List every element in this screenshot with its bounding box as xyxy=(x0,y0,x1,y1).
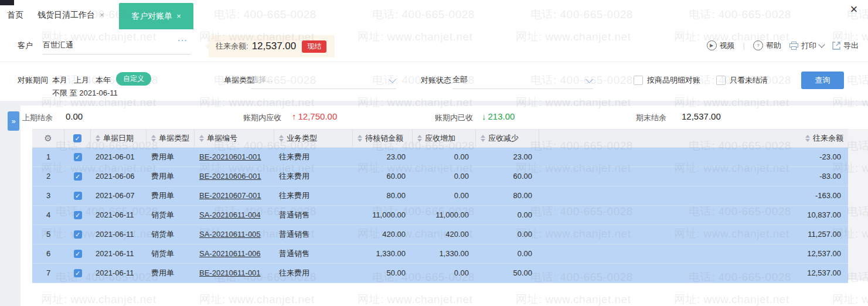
column-header-receivable-decrease[interactable]: 应收减少 xyxy=(476,130,539,147)
print-button[interactable]: 打印 xyxy=(789,40,824,51)
export-button[interactable]: 导出 xyxy=(832,40,859,51)
toolbar-actions: ▶视频 | ?帮助 打印 导出 xyxy=(707,29,859,62)
column-header-balance[interactable]: 往来余额 xyxy=(780,130,848,147)
sort-icon[interactable] xyxy=(279,135,284,142)
table-row[interactable]: 1✓2021-06-01费用单BE-20210601-001往来费用23.000… xyxy=(32,148,848,167)
sort-icon[interactable] xyxy=(417,135,422,142)
doc-no-link[interactable]: BE-20210601-001 xyxy=(199,152,261,161)
doc-no-link[interactable]: SA-20210611-006 xyxy=(199,249,261,258)
cell-balance: -23.00 xyxy=(780,148,848,166)
row-checkbox[interactable]: ✓ xyxy=(74,192,82,200)
row-checkbox[interactable]: ✓ xyxy=(74,250,82,258)
table-header: ⚙ ✓ 单据日期 单据类型 单据编号 业务类型 待核销金额 应收增加 应收减少 … xyxy=(32,129,848,148)
select-all-checkbox[interactable]: ✓ xyxy=(73,134,81,142)
column-header-doc-date[interactable]: 单据日期 xyxy=(91,130,147,147)
doc-no-link[interactable]: BE-20210606-001 xyxy=(199,172,261,181)
cell-filler xyxy=(539,148,780,166)
vertical-scrollbar-track[interactable] xyxy=(848,129,868,280)
table-row[interactable]: 5✓2021-06-11销货单SA-20210611-005普通销售420.00… xyxy=(32,225,848,244)
ending-balance-label: 期末结余 xyxy=(636,113,666,123)
doc-no-link[interactable]: BE-20210607-001 xyxy=(199,191,261,200)
column-header-receivable-increase[interactable]: 应收增加 xyxy=(413,130,476,147)
cell-doc-no: BE-20210611-001 xyxy=(195,264,274,283)
close-icon[interactable]: × xyxy=(176,12,181,21)
row-index: 6 xyxy=(32,244,64,263)
column-settings-gear-icon[interactable]: ⚙ xyxy=(44,133,52,144)
table-row[interactable]: 2✓2021-06-06费用单BE-20210606-001往来费用60.000… xyxy=(32,167,848,186)
cell-pending-amount: 50.00 xyxy=(353,264,413,283)
chevron-down-icon[interactable] xyxy=(818,41,825,47)
table-body: 1✓2021-06-01费用单BE-20210601-001往来费用23.000… xyxy=(32,148,848,283)
doc-no-link[interactable]: BE-20210611-001 xyxy=(199,268,261,277)
column-label: 单据日期 xyxy=(103,133,134,144)
doc-no-link[interactable]: SA-20210611-005 xyxy=(199,230,261,239)
help-button[interactable]: ?帮助 xyxy=(753,40,781,51)
checkbox-by-product-detail[interactable]: 按商品明细对账 xyxy=(634,75,700,86)
tab-customer-statement[interactable]: 客户对账单× xyxy=(119,3,193,29)
row-checkbox[interactable]: ✓ xyxy=(74,153,82,161)
tab-active-label: 客户对账单 xyxy=(131,11,172,21)
expand-sidebar-button[interactable]: » xyxy=(8,111,19,131)
cell-doc-type: 费用单 xyxy=(147,148,195,166)
table-row[interactable]: 3✓2021-06-07费用单BE-20210607-001往来费用80.000… xyxy=(32,186,848,206)
query-button[interactable]: 查询 xyxy=(801,72,844,89)
customer-picker-ellipsis-icon[interactable]: ··· xyxy=(178,35,188,45)
table-row[interactable]: 7✓2021-06-11费用单BE-20210611-001往来费用50.000… xyxy=(32,264,848,283)
customer-input[interactable]: 百世汇通 xyxy=(43,36,190,55)
sort-icon[interactable] xyxy=(151,135,156,142)
cell-receivable-increase: 420.00 xyxy=(413,225,476,244)
column-header-doc-type[interactable]: 单据类型 xyxy=(147,130,195,147)
printer-icon xyxy=(789,42,798,50)
period-option-last-month[interactable]: 上月 xyxy=(74,75,89,86)
cell-doc-type: 费用单 xyxy=(147,264,195,283)
balance-bubble: 往来余额: 12,537.00 现结 xyxy=(209,35,335,57)
cell-filler xyxy=(539,264,780,283)
close-icon[interactable]: × xyxy=(100,11,104,19)
table-row[interactable]: 6✓2021-06-11销货单SA-20210611-006普通销售1,330.… xyxy=(32,244,848,264)
window-close-button[interactable]: × xyxy=(846,1,862,18)
cell-doc-no: SA-20210611-006 xyxy=(195,244,274,263)
receivable-label: 账期内应收 xyxy=(243,113,281,123)
column-header-biz-type[interactable]: 业务类型 xyxy=(274,130,353,147)
print-label: 打印 xyxy=(801,40,816,51)
status-select[interactable]: 全部 xyxy=(452,71,593,89)
cell-receivable-decrease: 0.00 xyxy=(476,244,539,263)
sort-icon[interactable] xyxy=(805,135,810,142)
tab-daily-workbench[interactable]: 钱货日清工作台× xyxy=(38,0,104,29)
receivable-amount: 12,750.00 xyxy=(298,111,338,121)
doc-type-select[interactable]: 选择... xyxy=(251,71,396,89)
doc-type-placeholder: 选择... xyxy=(251,75,273,84)
column-header-doc-no[interactable]: 单据编号 xyxy=(195,130,274,147)
period-range-text[interactable]: 不限 至 2021-06-11 xyxy=(52,88,118,98)
export-icon xyxy=(832,42,840,50)
table-row[interactable]: 4✓2021-06-11销货单SA-20210611-004普通销售11,000… xyxy=(32,206,848,225)
status-value: 全部 xyxy=(452,75,468,84)
column-header-pending-amount[interactable]: 待核销金额 xyxy=(353,130,413,147)
cell-receivable-increase: 0.00 xyxy=(413,186,476,205)
sort-icon[interactable] xyxy=(199,135,204,142)
cell-pending-amount: 60.00 xyxy=(353,167,413,186)
sort-icon[interactable] xyxy=(481,135,485,142)
received-amount: 213.00 xyxy=(488,111,515,121)
cell-receivable-decrease: 60.00 xyxy=(476,167,539,186)
row-index: 2 xyxy=(32,167,64,186)
row-checkbox[interactable]: ✓ xyxy=(74,269,82,277)
row-checkbox[interactable]: ✓ xyxy=(74,211,82,219)
video-button[interactable]: ▶视频 xyxy=(707,40,735,51)
row-checkbox[interactable]: ✓ xyxy=(74,172,82,181)
row-index: 3 xyxy=(32,186,64,205)
row-checkbox[interactable]: ✓ xyxy=(74,230,82,239)
cell-balance: 10,837.00 xyxy=(780,206,848,225)
period-option-this-month[interactable]: 本月 xyxy=(52,75,67,86)
balance-value: 12,537.00 xyxy=(252,40,297,52)
checkbox-unsettled-only[interactable]: 只看未结清 xyxy=(716,75,768,86)
cell-doc-date: 2021-06-11 xyxy=(91,225,147,244)
period-option-custom[interactable]: 自定义 xyxy=(116,72,151,86)
sort-icon[interactable] xyxy=(96,135,100,142)
divider: | xyxy=(743,41,745,50)
tab-daily-label: 钱货日清工作台 xyxy=(38,10,95,19)
doc-no-link[interactable]: SA-20210611-004 xyxy=(199,210,261,219)
tab-home[interactable]: 首页 xyxy=(7,0,23,29)
sort-icon[interactable] xyxy=(358,135,362,142)
period-option-this-year[interactable]: 本年 xyxy=(96,75,111,86)
